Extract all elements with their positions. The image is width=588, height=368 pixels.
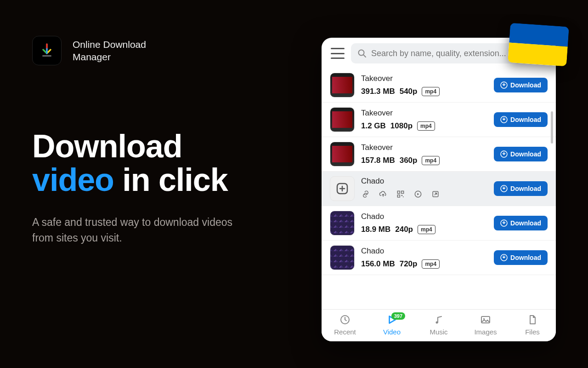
tab-recent[interactable]: Recent: [322, 313, 368, 336]
file-icon: [527, 314, 538, 325]
music-icon: [433, 314, 444, 325]
item-meta: 1.2 GB1080pmp4: [361, 121, 487, 131]
download-arrow-icon: [39, 42, 55, 59]
download-button[interactable]: Download: [494, 112, 548, 127]
app-logo: [32, 36, 62, 65]
download-label: Download: [510, 116, 541, 123]
svg-point-20: [483, 318, 485, 320]
menu-button[interactable]: [331, 48, 345, 59]
item-info: Takeover391.3 MB540pmp4: [361, 74, 487, 96]
tab-video[interactable]: Video 397: [368, 313, 415, 336]
ukraine-flag: [508, 23, 569, 67]
list-item[interactable]: Takeover157.8 MB360pmp4Download: [322, 137, 556, 172]
list-item[interactable]: Takeover1.2 GB1080pmp4Download: [322, 103, 556, 137]
item-title: Takeover: [361, 143, 487, 152]
item-meta: 156.0 MB720pmp4: [361, 259, 487, 269]
download-icon: [500, 185, 508, 192]
download-button[interactable]: Download: [494, 216, 548, 230]
item-title: Takeover: [361, 74, 487, 83]
item-ext: mp4: [422, 87, 440, 96]
item-quality: 240p: [395, 225, 413, 234]
bottom-tabs: Recent Video 397 Music Images Files: [322, 309, 556, 341]
tab-label: Video: [383, 328, 401, 336]
qr-icon[interactable]: [396, 190, 405, 201]
item-title: Takeover: [361, 109, 487, 118]
thumbnail: [330, 142, 355, 167]
tab-badge: 397: [391, 312, 405, 320]
item-info: Chado18.9 MB240pmp4: [361, 212, 487, 234]
download-label: Download: [510, 185, 541, 192]
svg-rect-7: [397, 191, 400, 193]
download-icon: [500, 81, 508, 89]
clock-icon: [339, 314, 351, 325]
thumbnail: [330, 211, 355, 236]
play-circle-icon[interactable]: [413, 190, 423, 201]
item-ext: mp4: [417, 121, 435, 131]
item-ext: mp4: [418, 225, 435, 234]
item-ext: mp4: [422, 259, 440, 269]
scrollbar[interactable]: [551, 70, 553, 300]
item-meta: 157.8 MB360pmp4: [361, 156, 487, 165]
download-icon: [500, 150, 508, 158]
item-quality: 360p: [400, 156, 418, 165]
results-list[interactable]: Takeover391.3 MB540pmp4DownloadTakeover1…: [322, 68, 556, 309]
download-button[interactable]: Download: [494, 181, 548, 196]
item-quality: 720p: [400, 259, 418, 269]
app-header: Online Download Manager: [32, 36, 289, 65]
app-name: Online Download Manager: [73, 38, 146, 63]
svg-point-18: [436, 322, 438, 324]
download-icon: [500, 219, 508, 227]
plus-icon: [336, 182, 349, 195]
download-label: Download: [510, 254, 541, 261]
item-meta: 391.3 MB540pmp4: [361, 87, 487, 96]
svg-line-2: [363, 55, 366, 57]
download-icon: [500, 254, 508, 261]
svg-rect-10: [401, 195, 403, 196]
tab-label: Music: [430, 328, 447, 336]
item-size: 1.2 GB: [361, 121, 386, 131]
tab-images[interactable]: Images: [462, 313, 509, 336]
download-button[interactable]: Download: [494, 147, 548, 161]
download-label: Download: [510, 219, 541, 227]
item-quality: 1080p: [390, 121, 413, 131]
svg-rect-0: [42, 55, 51, 57]
list-item[interactable]: Chado156.0 MB720pmp4Download: [322, 241, 556, 275]
download-label: Download: [510, 150, 541, 158]
item-info: Takeover157.8 MB360pmp4: [361, 143, 487, 165]
download-button[interactable]: Download: [494, 250, 548, 265]
item-info: Chado: [361, 177, 487, 201]
list-item[interactable]: ChadoDownload: [322, 172, 556, 206]
download-button[interactable]: Download: [494, 78, 548, 92]
search-icon: [357, 49, 367, 58]
item-size: 157.8 MB: [361, 156, 395, 165]
item-quality: 540p: [400, 87, 418, 96]
tab-music[interactable]: Music: [415, 313, 462, 336]
item-title: Chado: [361, 177, 487, 186]
download-label: Download: [510, 81, 541, 89]
thumbnail: [330, 245, 355, 270]
svg-rect-19: [481, 316, 490, 323]
svg-rect-11: [403, 196, 404, 197]
list-item[interactable]: Chado18.9 MB240pmp4Download: [322, 206, 556, 241]
promo-subhead: A safe and trusted way to download video…: [32, 214, 248, 246]
item-meta: 18.9 MB240pmp4: [361, 225, 487, 234]
list-item[interactable]: Takeover391.3 MB540pmp4Download: [322, 68, 556, 103]
item-size: 391.3 MB: [361, 87, 395, 96]
image-icon: [480, 314, 491, 325]
item-title: Chado: [361, 247, 487, 256]
item-actions: [361, 190, 487, 201]
svg-rect-8: [401, 191, 404, 193]
promo-headline: Download video in click: [32, 130, 289, 197]
thumbnail: [330, 176, 355, 201]
thumbnail: [330, 73, 355, 98]
item-size: 18.9 MB: [361, 225, 390, 234]
cloud-upload-icon[interactable]: [379, 190, 388, 201]
link-icon[interactable]: [361, 190, 370, 201]
item-title: Chado: [361, 212, 487, 221]
thumbnail: [330, 107, 355, 132]
item-size: 156.0 MB: [361, 259, 395, 269]
tab-files[interactable]: Files: [509, 313, 556, 336]
open-external-icon[interactable]: [431, 190, 440, 201]
tab-label: Images: [474, 328, 497, 336]
app-window: Takeover391.3 MB540pmp4DownloadTakeover1…: [322, 38, 556, 341]
